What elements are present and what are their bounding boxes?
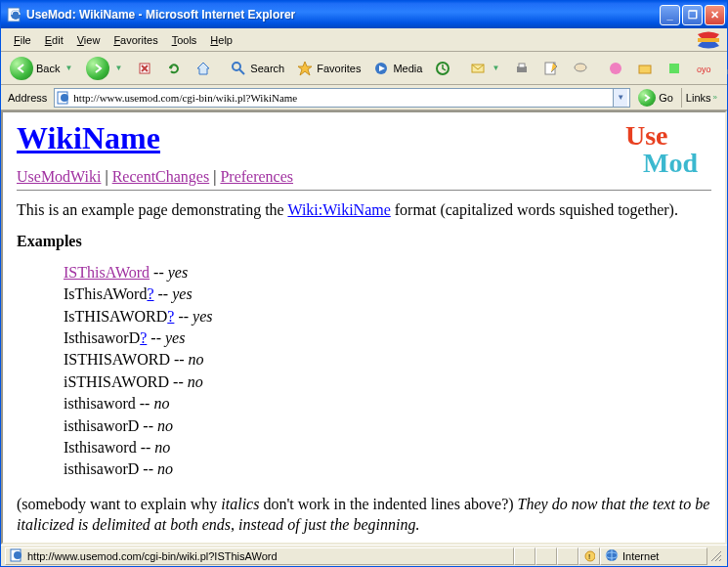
menu-favorites[interactable]: Favorites — [107, 31, 164, 49]
stop-icon — [136, 60, 153, 77]
link-preferences[interactable]: Preferences — [220, 168, 293, 185]
ext3-button[interactable] — [661, 56, 688, 81]
svg-rect-10 — [519, 64, 525, 67]
example-row: ISTHISAWORD -- no — [64, 349, 711, 371]
example-row: IsTHISAWORD? -- yes — [64, 306, 711, 327]
page-icon — [57, 91, 70, 105]
ie-logo-icon — [696, 31, 721, 49]
chevron-down-icon: ▼ — [63, 64, 74, 72]
ext2-button[interactable] — [631, 56, 659, 81]
link-usemodwiki[interactable]: UseModWiki — [17, 168, 101, 185]
link-wiki-wikiname[interactable]: Wiki:WikiName — [287, 201, 390, 218]
create-page-link[interactable]: ? — [147, 285, 153, 302]
back-arrow-icon — [10, 57, 33, 80]
edit-button[interactable] — [537, 56, 565, 81]
svg-rect-14 — [639, 65, 651, 73]
titlebar: UseMod: WikiName - Microsoft Internet Ex… — [1, 1, 727, 28]
star-icon — [296, 60, 314, 77]
forward-button[interactable]: ▼ — [81, 56, 129, 81]
content-area[interactable]: Use Mod WikiName UseModWiki | RecentChan… — [1, 110, 727, 545]
refresh-button[interactable] — [160, 56, 188, 81]
examples-heading: Examples — [17, 233, 711, 250]
maximize-button[interactable]: ❐ — [682, 5, 703, 25]
back-button[interactable]: Back ▼ — [5, 56, 79, 81]
mail-icon — [469, 60, 487, 77]
example-list: ISThisAWord -- yesIsThisAWord? -- yesIsT… — [64, 262, 711, 481]
ext5-button[interactable] — [719, 56, 728, 81]
cube-icon — [665, 60, 683, 77]
chart-icon — [724, 60, 728, 77]
example-link[interactable]: ISThisAWord — [64, 264, 150, 281]
close-button[interactable]: ✕ — [705, 5, 725, 25]
go-button[interactable]: Go — [634, 88, 677, 108]
edit-icon — [542, 60, 560, 77]
forward-arrow-icon — [86, 57, 109, 80]
folder-icon — [636, 60, 654, 77]
svg-point-5 — [233, 63, 240, 70]
status-pane-2 — [535, 547, 557, 565]
menu-file[interactable]: File — [7, 31, 38, 49]
address-label: Address — [5, 92, 50, 104]
intro-text: This is an example page demonstrating th… — [17, 200, 711, 221]
svg-point-23 — [14, 551, 21, 559]
usemod-logo: Use Mod — [625, 122, 698, 177]
window-title: UseMod: WikiName - Microsoft Internet Ex… — [26, 8, 658, 22]
address-input-wrapper[interactable]: ▼ — [54, 88, 630, 108]
refresh-icon — [165, 60, 183, 77]
status-pane-3 — [557, 547, 578, 565]
status-text: http://www.usemod.com/cgi-bin/wiki.pl?IS… — [5, 547, 514, 565]
svg-text:!: ! — [588, 552, 590, 561]
links-button[interactable]: Links » — [681, 88, 723, 108]
menu-view[interactable]: View — [70, 31, 107, 49]
home-icon — [194, 60, 212, 77]
example-row: IsthisaworD? -- yes — [64, 327, 711, 349]
search-button[interactable]: Search — [225, 56, 289, 81]
menu-edit[interactable]: Edit — [38, 31, 70, 49]
svg-point-13 — [610, 63, 621, 74]
svg-rect-15 — [669, 64, 679, 73]
statusbar: http://www.usemod.com/cgi-bin/wiki.pl?IS… — [1, 545, 727, 566]
home-button[interactable] — [190, 56, 217, 81]
history-icon — [434, 60, 451, 77]
address-dropdown[interactable]: ▼ — [613, 89, 627, 107]
svg-text:oyo: oyo — [697, 65, 711, 74]
print-button[interactable] — [508, 56, 535, 81]
favorites-button[interactable]: Favorites — [291, 56, 365, 81]
media-button[interactable]: Media — [367, 56, 427, 81]
discuss-icon — [572, 60, 589, 77]
menu-tools[interactable]: Tools — [165, 31, 204, 49]
ie-page-icon — [7, 7, 22, 22]
history-button[interactable] — [429, 56, 456, 81]
address-input[interactable] — [73, 92, 613, 104]
go-arrow-icon — [638, 89, 656, 107]
print-icon — [513, 60, 531, 77]
minimize-button[interactable]: _ — [660, 5, 680, 25]
chevron-down-icon: » — [711, 93, 719, 102]
note-text: (somebody want to explain why italics do… — [17, 495, 711, 536]
eye-icon: oyo — [695, 60, 712, 77]
page-icon — [10, 548, 23, 564]
chevron-down-icon: ▼ — [112, 64, 124, 72]
stop-button[interactable] — [131, 56, 158, 81]
popup-blocked-icon[interactable]: ! — [578, 547, 600, 565]
example-row: IsThisAWord? -- yes — [64, 284, 711, 305]
security-zone[interactable]: Internet — [600, 547, 707, 565]
example-row: isthisaworD -- no — [64, 458, 711, 480]
ext1-button[interactable] — [602, 56, 629, 81]
discuss-button[interactable] — [567, 56, 594, 81]
example-row: isthisaword -- no — [64, 393, 711, 414]
divider — [17, 190, 711, 191]
link-recentchanges[interactable]: RecentChanges — [112, 168, 210, 185]
address-bar: Address ▼ Go Links » — [1, 85, 727, 110]
svg-rect-3 — [698, 38, 719, 42]
menu-help[interactable]: Help — [203, 31, 239, 49]
plugin-icon — [607, 60, 624, 77]
page-title[interactable]: WikiName — [17, 120, 711, 156]
example-row: Isthisaword -- no — [64, 437, 711, 458]
nav-links: UseModWiki | RecentChanges | Preferences — [17, 168, 711, 186]
mail-button[interactable]: ▼ — [464, 56, 506, 81]
resize-grip[interactable] — [707, 549, 723, 563]
chevron-down-icon: ▼ — [490, 64, 501, 72]
example-row: ISThisAWord -- yes — [64, 262, 711, 284]
ext4-button[interactable]: oyo — [690, 56, 717, 81]
